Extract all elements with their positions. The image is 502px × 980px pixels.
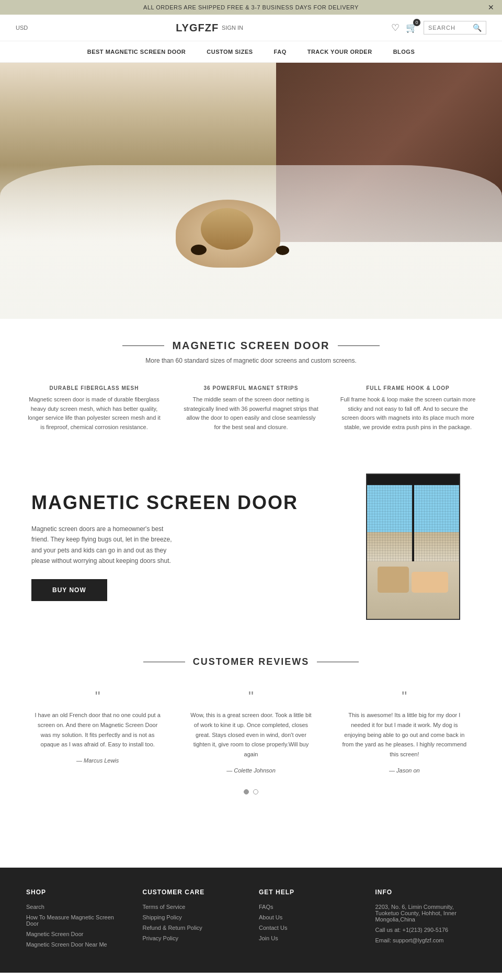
feature-2-header: 36 POWERFUL MAGNET STRIPS <box>183 385 319 391</box>
main-section-subtitle: More than 60 standard sizes of magnetic … <box>10 357 492 364</box>
buy-now-button[interactable]: BUY NOW <box>31 579 107 601</box>
footer-refund[interactable]: Refund & Return Policy <box>143 925 244 931</box>
footer-shop: SHOP Search How To Measure Magnetic Scre… <box>26 889 127 952</box>
feature-1-text: Magnetic screen door is made of durable … <box>26 395 162 432</box>
pagination-dot-2[interactable] <box>253 789 258 794</box>
pagination-dot-1[interactable] <box>244 789 249 794</box>
reviews-title: CUSTOMER REVIEWS <box>10 656 492 667</box>
product-title: MAGNETIC SCREEN DOOR <box>31 492 345 513</box>
footer-shop-search[interactable]: Search <box>26 904 127 910</box>
review-3-author: — Jason on <box>341 767 468 774</box>
footer-email: Email: support@lygfzf.com <box>375 937 476 943</box>
currency-selector[interactable]: USD <box>16 25 28 31</box>
review-1: " I have an old French door that no one … <box>26 683 169 778</box>
close-banner-button[interactable]: ✕ <box>488 3 495 11</box>
quote-icon-3: " <box>341 688 468 705</box>
footer-info-title: INFO <box>375 889 476 896</box>
reviews-section: CUSTOMER REVIEWS " I have an old French … <box>0 636 502 836</box>
pagination <box>10 779 492 815</box>
footer-phone: Call us at: +1(213) 290-5176 <box>375 927 476 933</box>
footer-faqs[interactable]: FAQs <box>259 904 360 910</box>
site-logo: LYGFZF <box>176 22 219 34</box>
product-section: MAGNETIC SCREEN DOOR Magnetic screen doo… <box>0 458 502 636</box>
banner-text: ALL ORDERS ARE SHIPPED FREE & 3-7 BUSINE… <box>143 4 359 10</box>
feature-2: 36 POWERFUL MAGNET STRIPS The middle sea… <box>178 380 324 437</box>
search-box: 🔍 <box>424 21 486 34</box>
main-section-title: MAGNETIC SCREEN DOOR <box>10 340 492 352</box>
footer-contact[interactable]: Contact Us <box>259 925 360 931</box>
footer-info: INFO 2203, No. 6, Limin Community, Tuoke… <box>375 889 476 952</box>
footer-shop-near-me[interactable]: Magnetic Screen Door Near Me <box>26 941 127 948</box>
header: USD LYGFZF SIGN IN ♡ 🛒 0 🔍 <box>0 15 502 41</box>
review-2-author: — Colette Johnson <box>187 767 314 774</box>
product-description: Magnetic screen doors are a homeowner's … <box>31 524 178 567</box>
feature-2-text: The middle seam of the screen door netti… <box>183 395 319 432</box>
door-image <box>366 474 460 620</box>
footer-shipping[interactable]: Shipping Policy <box>143 914 244 920</box>
search-icon[interactable]: 🔍 <box>473 24 482 32</box>
review-2: " Wow, this is a great screen door. Took… <box>179 683 322 778</box>
search-input[interactable] <box>428 25 470 31</box>
footer-about[interactable]: About Us <box>259 914 360 920</box>
review-3: " This is awesome! Its a little big for … <box>333 683 476 778</box>
nav-blogs[interactable]: BLOGS <box>393 49 415 55</box>
footer-customer-care-title: CUSTOMER CARE <box>143 889 244 896</box>
nav-faq[interactable]: FAQ <box>274 49 287 55</box>
feature-3-text: Full frame hook & loop make the screen c… <box>340 395 476 432</box>
wishlist-icon[interactable]: ♡ <box>391 22 400 33</box>
feature-1: DURABLE FIBERGLASS MESH Magnetic screen … <box>21 380 167 437</box>
footer-join[interactable]: Join Us <box>259 935 360 941</box>
feature-3-header: FULL FRAME HOOK & LOOP <box>340 385 476 391</box>
nav-best-magnetic[interactable]: BEST MAGNETIC SCREEN DOOR <box>87 49 186 55</box>
product-image <box>366 474 471 620</box>
footer: SHOP Search How To Measure Magnetic Scre… <box>0 868 502 973</box>
main-section-header: MAGNETIC SCREEN DOOR More than 60 standa… <box>0 319 502 370</box>
footer-terms[interactable]: Terms of Service <box>143 904 244 910</box>
footer-get-help: GET HELP FAQs About Us Contact Us Join U… <box>259 889 360 952</box>
cart-icon[interactable]: 🛒 0 <box>406 22 417 33</box>
review-1-author: — Marcus Lewis <box>34 757 161 764</box>
review-3-text: This is awesome! Its a little big for my… <box>341 710 468 759</box>
sign-in-link[interactable]: SIGN IN <box>222 25 243 31</box>
review-1-text: I have an old French door that no one co… <box>34 710 161 750</box>
hero-image <box>0 63 502 319</box>
header-actions: ♡ 🛒 0 🔍 <box>391 21 486 34</box>
footer-privacy[interactable]: Privacy Policy <box>143 935 244 941</box>
quote-icon-1: " <box>34 688 161 705</box>
product-info: MAGNETIC SCREEN DOOR Magnetic screen doo… <box>31 492 345 601</box>
footer-shop-measure[interactable]: How To Measure Magnetic Screen Door <box>26 914 127 927</box>
feature-3: FULL FRAME HOOK & LOOP Full frame hook &… <box>335 380 481 437</box>
footer-address: 2203, No. 6, Limin Community, Tuoketuo C… <box>375 904 476 923</box>
top-banner: ALL ORDERS ARE SHIPPED FREE & 3-7 BUSINE… <box>0 0 502 15</box>
footer-get-help-title: GET HELP <box>259 889 360 896</box>
features-section: DURABLE FIBERGLASS MESH Magnetic screen … <box>0 370 502 458</box>
review-2-text: Wow, this is a great screen door. Took a… <box>187 710 314 759</box>
nav-custom-sizes[interactable]: CUSTOM SIZES <box>207 49 253 55</box>
nav-track-order[interactable]: TRACK YOUR ORDER <box>307 49 372 55</box>
reviews-grid: " I have an old French door that no one … <box>10 683 492 778</box>
cart-badge: 0 <box>413 19 420 26</box>
footer-shop-title: SHOP <box>26 889 127 896</box>
footer-customer-care: CUSTOMER CARE Terms of Service Shipping … <box>143 889 244 952</box>
quote-icon-2: " <box>187 688 314 705</box>
feature-1-header: DURABLE FIBERGLASS MESH <box>26 385 162 391</box>
footer-shop-msd[interactable]: Magnetic Screen Door <box>26 931 127 937</box>
main-nav: BEST MAGNETIC SCREEN DOOR CUSTOM SIZES F… <box>0 41 502 63</box>
